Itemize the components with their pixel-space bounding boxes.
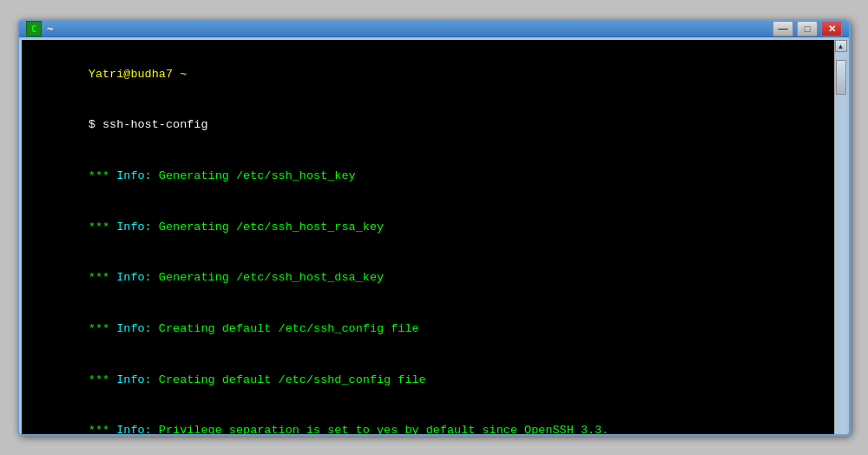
terminal-path: ~	[173, 68, 187, 81]
terminal-output[interactable]: Yatri@budha7 ~ $ ssh-host-config *** Inf…	[22, 40, 834, 436]
title-bar-left: C ~	[26, 21, 54, 36]
output-line-2: *** Info: Generating /etc/ssh_host_rsa_k…	[32, 201, 824, 253]
output-line-5: *** Info: Creating default /etc/sshd_con…	[32, 354, 824, 406]
scroll-up-button[interactable]: ▲	[835, 40, 847, 52]
terminal-user: Yatri@budha7	[89, 68, 173, 81]
terminal-command: $ ssh-host-config	[89, 118, 208, 131]
maximize-button[interactable]: □	[797, 21, 818, 36]
window-icon: C	[26, 21, 42, 36]
title-bar: C ~ — □ ✕	[19, 21, 849, 37]
prompt-line: Yatri@budha7 ~	[32, 49, 824, 100]
window-body: Yatri@budha7 ~ $ ssh-host-config *** Inf…	[19, 37, 849, 436]
scrollbar-track[interactable]	[835, 52, 847, 436]
close-button[interactable]: ✕	[821, 21, 842, 36]
window-controls: — □ ✕	[773, 21, 842, 36]
minimize-button[interactable]: —	[773, 21, 793, 36]
window-title: ~	[47, 23, 54, 36]
output-line-1: *** Info: Generating /etc/ssh_host_key	[32, 150, 824, 201]
scrollbar-thumb[interactable]	[836, 60, 846, 95]
terminal-window: C ~ — □ ✕ Yatri@budha7 ~ $ ssh-host-conf…	[17, 19, 851, 436]
scrollbar[interactable]: ▲ ▼	[834, 40, 846, 436]
output-line-4: *** Info: Creating default /etc/ssh_conf…	[32, 303, 824, 354]
command-line: $ ssh-host-config	[32, 100, 824, 151]
output-line-6: *** Info: Privilege separation is set to…	[32, 406, 824, 436]
output-line-3: *** Info: Generating /etc/ssh_host_dsa_k…	[32, 253, 824, 304]
